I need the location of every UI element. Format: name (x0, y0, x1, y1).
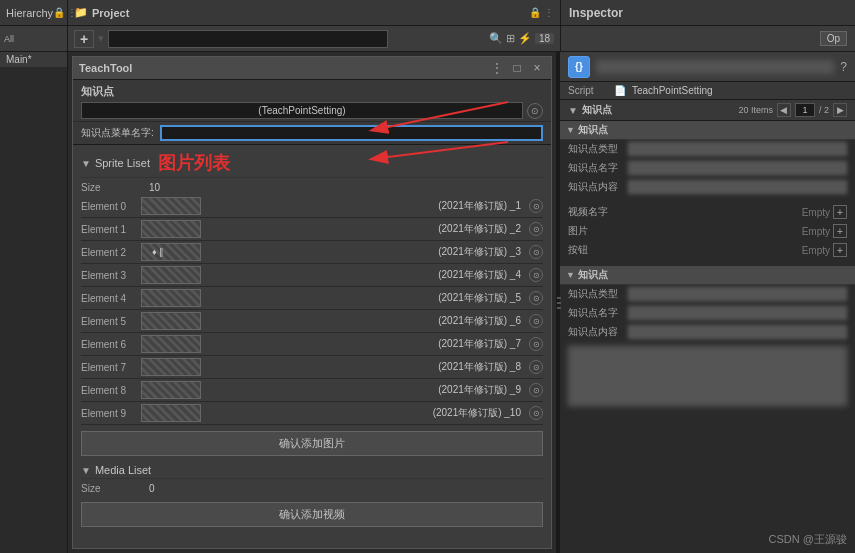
page-input[interactable] (795, 103, 815, 117)
inspector-title: Inspector (569, 6, 623, 20)
media-size-label: Size (81, 483, 141, 494)
element-circle-btn[interactable]: ⊙ (529, 406, 543, 420)
group1-title: 知识点 (578, 123, 608, 137)
element-circle-btn[interactable]: ⊙ (529, 337, 543, 351)
element-name: (2021年修订版) _9 (205, 383, 521, 397)
element-thumbnail (141, 381, 201, 399)
element-circle-btn[interactable]: ⊙ (529, 383, 543, 397)
folder-icon: 📁 (74, 6, 88, 19)
page-total: / 2 (819, 105, 829, 115)
element-thumbnail (141, 197, 201, 215)
element-row: Element 5(2021年修订版) _6⊙ (81, 310, 543, 333)
element-row: Element 7(2021年修订版) _8⊙ (81, 356, 543, 379)
element-label: Element 0 (81, 201, 137, 212)
element-thumbnail (141, 266, 201, 284)
confirm-add-image-btn[interactable]: 确认添加图片 (81, 431, 543, 456)
image-add-btn[interactable]: + (833, 224, 847, 238)
element-name: (2021年修订版) _7 (205, 337, 521, 351)
element-thumbnail (141, 358, 201, 376)
element-label: Element 1 (81, 224, 137, 235)
video-empty-label: Empty (802, 207, 830, 218)
badge: 18 (535, 33, 554, 44)
separator: ▾ (98, 32, 104, 45)
search-input[interactable] (108, 30, 388, 48)
element-name: (2021年修订版) _5 (205, 291, 521, 305)
element-thumbnail: ♦ ‖ (141, 243, 201, 261)
video-add-btn[interactable]: + (833, 205, 847, 219)
setting-circle-btn[interactable]: ⊙ (527, 103, 543, 119)
panel-splitter[interactable] (556, 52, 560, 553)
element-label: Element 2 (81, 247, 137, 258)
element-thumbnail (141, 404, 201, 422)
video-name-label: 视频名字 (568, 205, 624, 219)
zsd-type-label: 知识点类型 (568, 142, 624, 156)
lock-icon2: 🔒 (529, 7, 541, 18)
element-row: Element 3(2021年修订版) _4⊙ (81, 264, 543, 287)
csdn-watermark: CSDN @王源骏 (769, 532, 847, 547)
question-icon: ? (840, 60, 847, 74)
element-row: Element 1(2021年修订版) _2⊙ (81, 218, 543, 241)
element-thumbnail (141, 289, 201, 307)
element-circle-btn[interactable]: ⊙ (529, 199, 543, 213)
group1-arrow: ▼ (566, 125, 575, 135)
zsd-name-label: 知识点名字 (568, 161, 624, 175)
element-name: (2021年修订版) _4 (205, 268, 521, 282)
element-row: Element 8(2021年修订版) _9⊙ (81, 379, 543, 402)
element-circle-btn[interactable]: ⊙ (529, 245, 543, 259)
element-label: Element 9 (81, 408, 137, 419)
hierarchy-title: Hierarchy (6, 7, 53, 19)
element-name: (2021年修订版) _6 (205, 314, 521, 328)
element-name: (2021年修订版) _1 (205, 199, 521, 213)
zsd-label: 知识点 (81, 84, 114, 99)
element-thumbnail (141, 220, 201, 238)
element-circle-btn[interactable]: ⊙ (529, 360, 543, 374)
size-value: 10 (149, 182, 160, 193)
element-name: (2021年修订版) _8 (205, 360, 521, 374)
element-name: (2021年修订版) _2 (205, 222, 521, 236)
op-button[interactable]: Op (820, 31, 847, 46)
all-label[interactable]: All (4, 34, 63, 44)
element-name: (2021年修订版) _10 (205, 406, 521, 420)
button-empty-label: Empty (802, 245, 830, 256)
image-label: 图片 (568, 224, 624, 238)
hierarchy-main-item[interactable]: Main* (0, 52, 67, 68)
element-label: Element 5 (81, 316, 137, 327)
zsd-section-title: 知识点 (582, 103, 612, 117)
group2-arrow: ▼ (566, 270, 575, 280)
menu-name-input[interactable] (160, 125, 543, 141)
sprite-section-title: Sprite Liset (95, 157, 150, 169)
group2-title: 知识点 (578, 268, 608, 282)
element-circle-btn[interactable]: ⊙ (529, 268, 543, 282)
element-label: Element 8 (81, 385, 137, 396)
script-file-icon: 📄 (614, 85, 626, 96)
items-count: 20 Items (738, 105, 773, 115)
button-add-btn[interactable]: + (833, 243, 847, 257)
element-circle-btn[interactable]: ⊙ (529, 291, 543, 305)
menu-name-label: 知识点菜单名字: (81, 126, 154, 140)
inspector-icon: {} (568, 56, 590, 78)
page-next-btn[interactable]: ▶ (833, 103, 847, 117)
teach-tool-title: TeachTool (79, 62, 132, 74)
script-value: TeachPointSetting (632, 85, 713, 96)
element-circle-btn[interactable]: ⊙ (529, 314, 543, 328)
lock-icon3: ⚡ (518, 32, 532, 45)
element-label: Element 7 (81, 362, 137, 373)
project-title: Project (92, 7, 129, 19)
g2-zsd-content-label: 知识点内容 (568, 325, 624, 339)
element-label: Element 3 (81, 270, 137, 281)
window-dots-btn[interactable]: ⋮ (489, 60, 505, 76)
element-name: (2021年修订版) _3 (205, 245, 521, 259)
confirm-add-video-btn[interactable]: 确认添加视频 (81, 502, 543, 527)
media-section-arrow: ▼ (81, 465, 91, 476)
element-row: Element 9(2021年修订版) _10⊙ (81, 402, 543, 425)
element-circle-btn[interactable]: ⊙ (529, 222, 543, 236)
page-prev-btn[interactable]: ◀ (777, 103, 791, 117)
element-thumbnail (141, 312, 201, 330)
size-label: Size (81, 182, 141, 193)
window-max-btn[interactable]: □ (509, 60, 525, 76)
g2-zsd-type-label: 知识点类型 (568, 287, 624, 301)
media-size-value: 0 (149, 483, 155, 494)
add-button[interactable]: + (74, 30, 94, 48)
window-close-btn[interactable]: × (529, 60, 545, 76)
zsd-content-label: 知识点内容 (568, 180, 624, 194)
